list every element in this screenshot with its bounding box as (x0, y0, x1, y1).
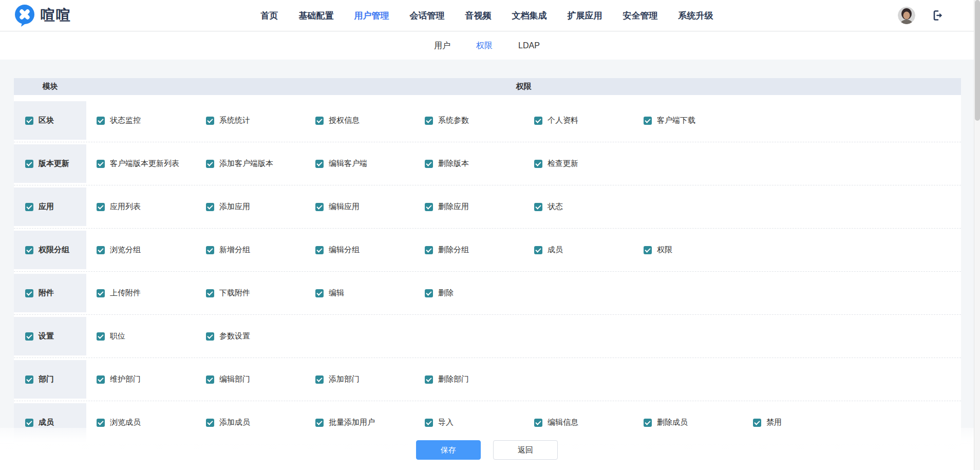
permission-checkbox[interactable] (425, 246, 433, 254)
permission-label: 应用列表 (110, 202, 141, 212)
tab-item-permissions[interactable]: 权限 (476, 41, 493, 51)
nav-item-audio-video[interactable]: 音视频 (465, 10, 492, 22)
permission-checkbox[interactable] (97, 332, 105, 341)
permission-checkbox[interactable] (425, 289, 433, 297)
module-label: 附件 (39, 288, 54, 298)
permission-checkbox[interactable] (425, 117, 433, 125)
permission-item: 上传附件 (97, 288, 206, 298)
permission-checkbox[interactable] (97, 289, 105, 297)
permission-checkbox[interactable] (97, 117, 105, 125)
permission-item: 状态监控 (97, 116, 206, 125)
module-checkbox[interactable] (25, 117, 33, 125)
permission-label: 职位 (110, 331, 125, 341)
permission-label: 编辑应用 (329, 202, 360, 212)
module-box: 权限分组 (14, 231, 86, 269)
tab-item-users[interactable]: 用户 (434, 41, 450, 51)
permission-checkbox[interactable] (644, 246, 652, 254)
permission-checkbox[interactable] (753, 419, 761, 427)
permission-checkbox[interactable] (534, 160, 542, 168)
app-logo-icon (14, 4, 35, 27)
permission-checkbox[interactable] (206, 332, 214, 341)
permission-checkbox[interactable] (425, 419, 433, 427)
permission-label: 删除应用 (438, 202, 469, 212)
permission-checkbox[interactable] (534, 117, 542, 125)
permission-label: 下载附件 (219, 288, 250, 298)
permission-checkbox[interactable] (315, 419, 324, 427)
permission-item: 维护部门 (97, 374, 206, 384)
nav-item-system-upgrade[interactable]: 系统升级 (679, 10, 713, 22)
permission-item: 编辑信息 (534, 418, 644, 427)
permission-label: 删除成员 (657, 418, 688, 427)
module-label: 设置 (39, 331, 54, 341)
permission-checkbox[interactable] (97, 246, 105, 254)
permission-checkbox[interactable] (315, 246, 324, 254)
permission-item: 个人资料 (534, 116, 644, 125)
module-box: 区块 (14, 101, 86, 140)
permission-checkbox[interactable] (425, 160, 433, 168)
permission-checkbox[interactable] (644, 419, 652, 427)
permission-checkbox[interactable] (97, 160, 105, 168)
module-checkbox[interactable] (25, 332, 33, 341)
nav-item-document-integration[interactable]: 文档集成 (512, 10, 547, 22)
permission-checkbox[interactable] (206, 419, 214, 427)
permission-checkbox[interactable] (534, 419, 542, 427)
avatar[interactable] (898, 7, 915, 24)
permission-checkbox[interactable] (97, 203, 105, 211)
permission-checkbox[interactable] (206, 117, 214, 125)
page-scrollbar[interactable] (974, 0, 980, 470)
permission-item: 编辑分组 (315, 245, 425, 255)
scrollbar-thumb[interactable] (975, 0, 980, 121)
permission-item: 检查更新 (534, 159, 644, 168)
table-row: 设置 职位 参数设置 (14, 315, 961, 358)
permission-item: 权限 (644, 245, 753, 255)
permission-checkbox[interactable] (425, 375, 433, 384)
module-checkbox[interactable] (25, 246, 33, 254)
permission-label: 权限 (657, 245, 672, 255)
permission-label: 添加部门 (329, 374, 360, 384)
permission-item: 添加成员 (206, 418, 315, 427)
nav-item-home[interactable]: 首页 (261, 10, 278, 22)
permission-label: 授权信息 (329, 116, 360, 125)
brand-name: 喧喧 (41, 6, 71, 25)
permission-checkbox[interactable] (97, 375, 105, 384)
permission-checkbox[interactable] (97, 419, 105, 427)
nav-item-user-management[interactable]: 用户管理 (354, 10, 389, 22)
tab-item-ldap[interactable]: LDAP (518, 41, 540, 50)
permission-label: 成员 (548, 245, 563, 255)
permission-checkbox[interactable] (644, 117, 652, 125)
permission-checkbox[interactable] (206, 203, 214, 211)
module-cell: 区块 (14, 99, 86, 142)
nav-item-extension-apps[interactable]: 扩展应用 (568, 10, 602, 22)
permission-label: 删除部门 (438, 374, 469, 384)
permission-checkbox[interactable] (206, 289, 214, 297)
module-column-header: 模块 (14, 78, 86, 95)
permission-checkbox[interactable] (315, 160, 324, 168)
nav-item-session-management[interactable]: 会话管理 (410, 10, 445, 22)
permission-item: 浏览成员 (97, 418, 206, 427)
module-checkbox[interactable] (25, 419, 33, 427)
table-row: 权限分组 浏览分组 新增分组 编辑分组 删除分组 成员 权限 (14, 229, 961, 272)
permission-checkbox[interactable] (315, 289, 324, 297)
module-label: 区块 (39, 116, 54, 125)
nav-item-security-management[interactable]: 安全管理 (623, 10, 658, 22)
module-checkbox[interactable] (25, 203, 33, 211)
permission-label: 编辑部门 (219, 374, 250, 384)
module-checkbox[interactable] (25, 160, 33, 168)
permission-checkbox[interactable] (315, 117, 324, 125)
permission-checkbox[interactable] (315, 203, 324, 211)
permission-checkbox[interactable] (206, 375, 214, 384)
permission-checkbox[interactable] (315, 375, 324, 384)
permission-checkbox[interactable] (534, 246, 542, 254)
permission-checkbox[interactable] (206, 246, 214, 254)
permission-checkbox[interactable] (206, 160, 214, 168)
permission-item: 添加客户端版本 (206, 159, 315, 168)
permission-item: 系统参数 (425, 116, 534, 125)
permission-checkbox[interactable] (425, 203, 433, 211)
nav-item-basic-config[interactable]: 基础配置 (299, 10, 334, 22)
save-button[interactable]: 保存 (416, 440, 481, 460)
module-checkbox[interactable] (25, 289, 33, 297)
module-checkbox[interactable] (25, 375, 33, 384)
back-button[interactable]: 返回 (493, 440, 558, 460)
permission-checkbox[interactable] (534, 203, 542, 211)
logout-icon[interactable] (932, 9, 944, 22)
